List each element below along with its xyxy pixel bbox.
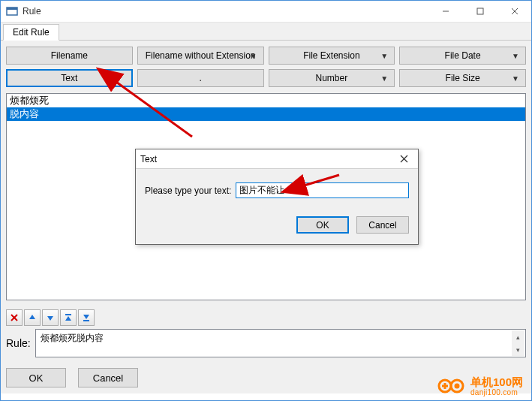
text-dialog: Text Please type your text: OK Cancel [135,149,419,245]
maximize-button[interactable] [463,0,497,23]
chevron-down-icon: ▼ [512,52,519,60]
list-item[interactable]: 脱内容 [7,107,525,121]
tag-button-[interactable]: . [137,69,264,87]
move-up-button[interactable] [24,309,41,326]
chevron-down-icon: ▼ [512,74,519,83]
text-dialog-ok-button[interactable]: OK [296,216,349,234]
tag-button-filename[interactable]: Filename [6,47,133,65]
watermark-url: danji100.com [470,388,523,396]
scroll-down-icon[interactable]: ▾ [512,343,524,356]
tag-button-file-date[interactable]: File Date▼ [399,47,526,65]
rule-scrollbar[interactable]: ▴ ▾ [512,330,524,356]
scroll-up-icon[interactable]: ▴ [512,330,524,343]
svg-marker-9 [47,316,53,321]
move-top-button[interactable] [60,309,77,326]
chevron-down-icon: ▼ [250,52,257,60]
move-down-button[interactable] [42,309,59,326]
svg-rect-3 [477,8,483,14]
text-dialog-title: Text [140,154,157,164]
minimize-button[interactable] [428,0,463,23]
text-dialog-prompt: Please type your text: [145,185,231,196]
ok-button[interactable]: OK [6,368,66,387]
close-button[interactable] [497,0,532,23]
rule-label: Rule: [6,337,31,349]
text-dialog-cancel-button[interactable]: Cancel [356,216,409,234]
tag-button-filename-without-extension[interactable]: Filename without Extension▼ [137,47,264,65]
svg-marker-8 [29,315,35,319]
chevron-down-icon: ▼ [380,74,388,83]
tab-strip: Edit Rule [0,23,532,41]
delete-button[interactable] [6,309,23,326]
watermark-logo-icon [437,377,466,395]
tag-button-grid: FilenameFilename without Extension▼File … [6,47,526,87]
tag-button-text[interactable]: Text [6,69,133,87]
tab-edit-rule[interactable]: Edit Rule [3,24,59,41]
window-titlebar: Rule [0,0,532,23]
list-toolbar [0,306,532,327]
text-dialog-input[interactable] [236,182,409,198]
tag-button-number[interactable]: Number▼ [269,69,395,87]
move-bottom-button[interactable] [78,309,95,326]
rule-input[interactable]: 烦都烦死脱内容 ▴ ▾ [35,329,526,357]
app-icon [6,5,18,17]
svg-marker-11 [65,316,71,321]
svg-rect-1 [7,8,17,10]
list-item[interactable]: 烦都烦死 [7,94,525,107]
rule-value: 烦都烦死脱内容 [41,333,104,343]
tag-button-file-size[interactable]: File Size▼ [399,69,526,87]
watermark: 单机100网 danji100.com [437,376,523,397]
tag-button-file-extension[interactable]: File Extension▼ [269,47,395,65]
cancel-button[interactable]: Cancel [78,368,138,387]
window-title: Rule [23,6,41,17]
svg-marker-12 [83,315,89,319]
text-dialog-close-button[interactable] [394,151,413,167]
chevron-down-icon: ▼ [380,52,388,60]
svg-point-21 [454,384,459,389]
rule-row: Rule: 烦都烦死脱内容 ▴ ▾ [0,327,532,362]
watermark-name: 单机100网 [470,376,523,389]
